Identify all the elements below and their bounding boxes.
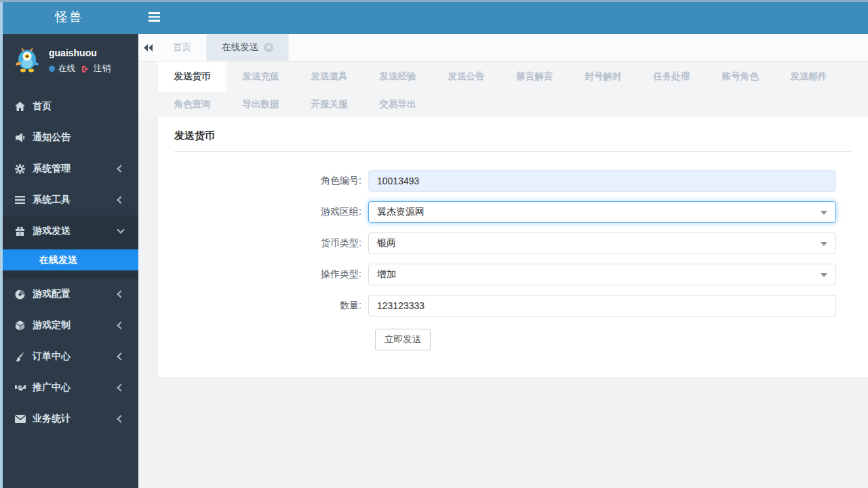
tab-close-icon[interactable]: ✕ (264, 43, 273, 52)
subtab-spacer (138, 62, 158, 92)
send-now-button[interactable]: 立即发送 (375, 329, 431, 350)
username: guaishuou (49, 47, 111, 58)
currency-type-select[interactable]: 银两 (368, 232, 836, 254)
form-row-currency-type: 货币类型: 银两 (174, 232, 852, 254)
subtab-send-recharge[interactable]: 发送充值 (226, 62, 295, 92)
quantity-label: 数量: (174, 300, 368, 312)
sidebar-item-game-config[interactable]: 游戏配置 (0, 279, 138, 310)
sidebar-item-label: 系统管理 (33, 163, 118, 175)
subtab-send-item[interactable]: 发送道具 (295, 62, 363, 92)
sidebar-subitem-online-send[interactable]: 在线发送 (0, 249, 138, 270)
sidebar-item-order-center[interactable]: 订单中心 (0, 341, 138, 372)
subtab-account-role[interactable]: 账号角色 (706, 62, 774, 92)
sidebar-item-label: 游戏定制 (33, 319, 118, 331)
avatar (14, 46, 41, 73)
subtab-truncated[interactable]: 生 (843, 62, 868, 92)
chevron-left-icon (117, 415, 124, 422)
gift-icon (15, 226, 26, 237)
subtab-label: 开服关服 (311, 98, 348, 110)
sidebar: 怪兽 guaishuou 在线 (0, 0, 138, 488)
game-send-submenu: 在线发送 (0, 247, 138, 279)
subtab-label: 禁言解言 (517, 70, 553, 83)
sidebar-item-game-custom[interactable]: 游戏定制 (0, 310, 138, 341)
subtab-label: 发送货币 (174, 70, 211, 83)
logout-link[interactable]: 注销 (94, 63, 111, 75)
subtab-role-query[interactable]: 角色查询 (158, 92, 226, 117)
chevron-left-icon (117, 196, 124, 203)
currency-type-label: 货币类型: (174, 237, 368, 249)
subtab-label: 发送经验 (380, 70, 416, 83)
operation-type-select[interactable]: 增加 (368, 264, 836, 285)
sidebar-item-label: 业务统计 (33, 413, 118, 425)
sidebar-item-system-manage[interactable]: 系统管理 (0, 153, 138, 184)
server-group-value: 翼杰资源网 (377, 206, 425, 218)
sidebar-item-biz-stats[interactable]: 业务统计 (0, 403, 138, 434)
send-currency-form: 角色编号: 10013493 游戏区组: 翼杰资源网 货币类型: 银两 (174, 170, 852, 350)
function-subtabs: 发送货币 发送充值 发送道具 发送经验 发送公告 禁言解言 封号解封 任务处理 … (138, 61, 868, 117)
subtab-label: 发送道具 (311, 70, 348, 83)
dashboard-icon (15, 289, 26, 300)
send-currency-panel: 发送货币 角色编号: 10013493 游戏区组: 翼杰资源网 货币类型: 银两 (158, 117, 868, 377)
sidebar-accent-strip (0, 0, 3, 488)
subtab-send-announce[interactable]: 发送公告 (432, 62, 500, 92)
currency-type-value: 银两 (377, 237, 396, 249)
content-wrapper: 首页 在线发送 ✕ 发送货币 发送充值 发送道具 发送经验 发送公告 禁言解言 … (138, 34, 868, 488)
tabs-scroll-back-button[interactable] (138, 34, 158, 61)
sidebar-item-notice[interactable]: 通知公告 (0, 122, 138, 153)
subtab-spacer (138, 92, 158, 117)
cube-icon (15, 321, 26, 331)
brand-title: 怪兽 (55, 8, 83, 26)
online-status-label: 在线 (58, 63, 75, 75)
subtab-mute-unmute[interactable]: 禁言解言 (500, 62, 569, 92)
subtab-trade-export[interactable]: 交易导出 (363, 92, 432, 117)
user-panel: guaishuou 在线 注销 (0, 34, 138, 84)
subtab-ban-unban[interactable]: 封号解封 (569, 62, 637, 92)
sidebar-menu: 首页 通知公告 系统管理 系统工具 游戏发送 (0, 91, 138, 434)
subtab-label: 任务处理 (654, 70, 690, 83)
bars-icon (15, 195, 26, 205)
chevron-left-icon (117, 290, 124, 298)
form-row-quantity: 数量: 123123333 (174, 295, 852, 317)
subtab-send-exp[interactable]: 发送经验 (363, 62, 432, 92)
page-tab-label: 首页 (173, 41, 191, 54)
role-id-label: 角色编号: (174, 175, 368, 187)
online-status-icon (49, 66, 55, 72)
form-row-server-group: 游戏区组: 翼杰资源网 (174, 201, 852, 223)
sidebar-subitem-label: 在线发送 (39, 254, 77, 266)
quantity-input[interactable]: 123123333 (368, 295, 836, 317)
subtab-label: 导出数据 (243, 98, 279, 110)
form-row-role-id: 角色编号: 10013493 (174, 170, 852, 192)
page-tab-home[interactable]: 首页 (158, 34, 207, 61)
server-group-label: 游戏区组: (174, 206, 368, 218)
role-id-input[interactable]: 10013493 (368, 170, 836, 192)
subtab-export-data[interactable]: 导出数据 (226, 92, 295, 117)
top-navbar (138, 0, 868, 34)
sidebar-item-promo-center[interactable]: 推广中心 (0, 372, 138, 403)
sidebar-item-home[interactable]: 首页 (0, 91, 138, 122)
window-top-strip (0, 0, 868, 2)
subtab-send-currency[interactable]: 发送货币 (158, 62, 226, 92)
operation-type-value: 增加 (377, 268, 396, 281)
server-group-select[interactable]: 翼杰资源网 (368, 201, 836, 223)
subtab-label: 发送充值 (243, 70, 279, 83)
subtab-task-handle[interactable]: 任务处理 (637, 62, 706, 92)
page-tabbar: 首页 在线发送 ✕ (138, 34, 868, 61)
panel-title: 发送货币 (174, 129, 852, 152)
form-row-operation-type: 操作类型: 增加 (174, 264, 852, 285)
dropdown-caret-icon (821, 211, 827, 215)
sidebar-item-game-send[interactable]: 游戏发送 (0, 216, 138, 247)
subtab-label: 发送公告 (448, 70, 485, 83)
sidebar-item-label: 订单中心 (33, 350, 118, 363)
handshake-icon (15, 383, 26, 393)
sidebar-item-label: 游戏配置 (33, 288, 118, 300)
dropdown-caret-icon (821, 273, 827, 277)
role-id-value: 10013493 (377, 176, 419, 186)
sidebar-toggle-button[interactable] (138, 0, 170, 34)
brand-logo[interactable]: 怪兽 (0, 0, 138, 34)
subtab-send-mail[interactable]: 发送邮件 (774, 62, 843, 92)
subtab-open-close-server[interactable]: 开服关服 (295, 92, 363, 117)
bullhorn-icon (15, 133, 26, 143)
page-tab-online-send[interactable]: 在线发送 ✕ (207, 34, 289, 61)
chevron-left-icon (117, 321, 124, 329)
sidebar-item-system-tools[interactable]: 系统工具 (0, 184, 138, 216)
